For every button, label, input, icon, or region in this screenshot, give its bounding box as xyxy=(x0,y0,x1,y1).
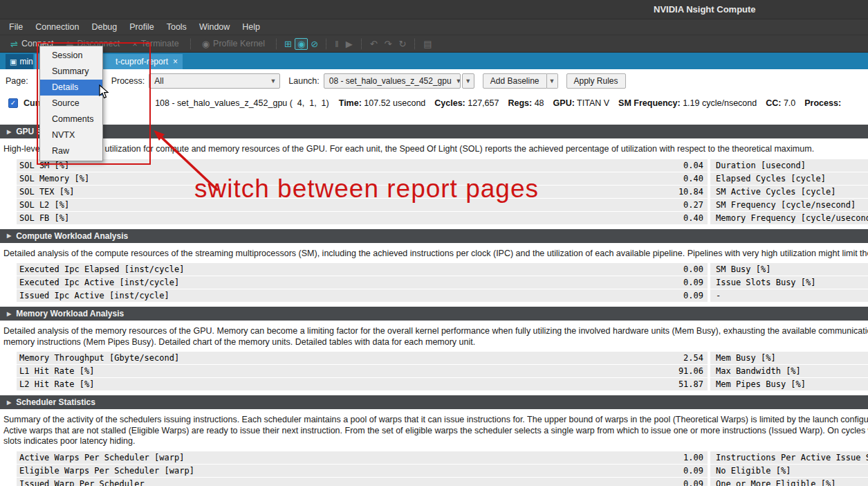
profile-skip-icon[interactable]: ⊘ xyxy=(308,39,321,49)
kernel-cc: CC: 7.0 xyxy=(766,98,795,108)
section-gpu-speed-of-light: ▶ GPU Speed Of Light High-level overview… xyxy=(0,125,868,224)
terminate-x-icon: × xyxy=(132,39,138,48)
launch-label: Launch: xyxy=(288,76,319,86)
add-baseline-button[interactable]: Add Baseline xyxy=(483,73,547,89)
plug-icon: ⇌ xyxy=(10,39,18,48)
section-scheduler-statistics: ▶ Scheduler Statistics Summary of the ac… xyxy=(0,395,868,486)
kernel-name: 108 - set_halo_values_z_452_gpu ( 4, 1, … xyxy=(155,98,329,108)
menubar: File Connection Debug Profile Tools Wind… xyxy=(0,19,868,35)
menu-tools[interactable]: Tools xyxy=(160,20,193,34)
kernel-sm-frequency: SM Frequency: 1.19 cycle/nsecond xyxy=(618,98,757,108)
process-label: Process: xyxy=(111,76,145,86)
section-header[interactable]: ▶ Memory Workload Analysis xyxy=(0,307,868,321)
toolbar-separator xyxy=(326,39,326,49)
metric-table: Active Warps Per Scheduler [warp]1.00 In… xyxy=(17,451,868,486)
kernel-process: Process: xyxy=(804,98,843,108)
metric-table: Memory Throughput [Gbyte/second]2.54 Mem… xyxy=(17,352,868,390)
menu-item-comments[interactable]: Comments xyxy=(40,111,102,127)
toolbar-separator xyxy=(190,39,191,49)
table-row: SOL FB [%]0.40 Memory Frequency [cycle/u… xyxy=(17,212,868,224)
section-header[interactable]: ▶ Compute Workload Analysis xyxy=(0,229,868,243)
metric-table: Executed Ipc Elapsed [inst/cycle]0.00 SM… xyxy=(17,263,868,302)
expand-triangle-icon[interactable]: ▶ xyxy=(7,399,11,406)
expand-triangle-icon[interactable]: ▶ xyxy=(7,129,11,135)
section-title: Scheduler Statistics xyxy=(16,397,95,407)
table-row: SOL SM [%]0.04 Duration [usecond] xyxy=(17,159,868,172)
expand-triangle-icon[interactable]: ▶ xyxy=(7,233,11,239)
process-selector[interactable]: All ▼ xyxy=(149,73,280,89)
kernel-stats: Time: 107.52 usecond Cycles: 127,657 Reg… xyxy=(339,98,853,108)
menu-profile[interactable]: Profile xyxy=(123,20,160,34)
kernel-cycles: Cycles: 127,657 xyxy=(434,98,499,108)
table-row: SOL L2 [%]0.27 SM Frequency [cycle/nseco… xyxy=(17,199,868,211)
table-row: SOL Memory [%]0.40 Elapsed Cycles [cycle… xyxy=(17,172,868,185)
section-description: Detailed analysis of the memory resource… xyxy=(3,326,868,348)
section-description: Summary of the activity of the scheduler… xyxy=(3,415,868,447)
add-baseline-dropdown-button[interactable]: ▼ xyxy=(547,73,558,89)
expand-triangle-icon[interactable]: ▶ xyxy=(7,311,11,317)
page-dropdown-menu: Session Summary Details Source Comments … xyxy=(39,46,103,161)
table-row: Executed Ipc Active [inst/cycle]0.09 Iss… xyxy=(17,276,868,289)
refresh-icon[interactable]: ↻ xyxy=(395,39,409,49)
kernel-regs: Regs: 48 xyxy=(508,98,544,108)
step-icon[interactable]: ▶ xyxy=(342,39,356,49)
section-description: Detailed analysis of the compute resourc… xyxy=(3,249,868,260)
section-title: Memory Workload Analysis xyxy=(16,309,124,318)
current-kernel-checkbox[interactable]: ✓ xyxy=(8,98,18,108)
page-label: Page: xyxy=(6,76,28,86)
menu-item-nvtx[interactable]: NVTX xyxy=(40,127,102,143)
table-row: Issued Warp Per Scheduler0.09 One or Mor… xyxy=(17,478,868,486)
section-description: High-level overview of the utilization f… xyxy=(3,144,868,155)
toolbar: ⇌ Connect ⇋ Disconnect × Terminate ◉ Pro… xyxy=(0,35,868,53)
menu-item-source[interactable]: Source xyxy=(40,96,102,111)
section-title: Compute Workload Analysis xyxy=(16,231,128,241)
table-row: Active Warps Per Scheduler [warp]1.00 In… xyxy=(17,451,868,464)
current-kernel-row: ✓ Current 108 - set_halo_values_z_452_gp… xyxy=(0,93,868,114)
table-row: Eligible Warps Per Scheduler [warp]0.09 … xyxy=(17,465,868,477)
table-row: Executed Ipc Elapsed [inst/cycle]0.00 SM… xyxy=(17,263,868,276)
toolbar-separator xyxy=(361,39,362,49)
profile-kernel-icon: ◉ xyxy=(202,39,210,48)
window-title: NVIDIA Nsight Compute xyxy=(654,4,756,15)
report-body: ▶ GPU Speed Of Light High-level overview… xyxy=(0,114,868,486)
launch-selector[interactable]: 08 - set_halo_values_z_452_gpu ▼ xyxy=(324,73,461,89)
chevron-down-icon: ▼ xyxy=(270,78,276,84)
section-header[interactable]: ▶ GPU Speed Of Light xyxy=(0,125,868,138)
profile-target-icon[interactable]: ◉ xyxy=(295,38,308,50)
menu-window[interactable]: Window xyxy=(193,20,236,34)
menu-item-raw[interactable]: Raw xyxy=(40,143,102,159)
section-compute-workload-analysis: ▶ Compute Workload Analysis Detailed ana… xyxy=(0,229,868,303)
window-titlebar: NVIDIA Nsight Compute xyxy=(0,0,868,19)
redo-icon[interactable]: ↷ xyxy=(381,39,396,49)
menu-debug[interactable]: Debug xyxy=(85,20,123,34)
toolbar-separator xyxy=(414,39,415,49)
report-controls: Page: Details ▼ Process: All ▼ Launch: 0… xyxy=(0,69,868,93)
table-row: Issued Ipc Active [inst/cycle]0.09 - xyxy=(17,289,868,302)
menu-item-summary[interactable]: Summary xyxy=(40,64,102,80)
chevron-down-icon: ▼ xyxy=(456,78,461,84)
toolbar-separator xyxy=(276,39,277,49)
section-memory-workload-analysis: ▶ Memory Workload Analysis Detailed anal… xyxy=(0,307,868,390)
profile-kernel-button[interactable]: ◉ Profile Kernel xyxy=(196,39,271,48)
kernel-gpu: GPU: TITAN V xyxy=(553,98,610,108)
add-baseline-split-button: Add Baseline ▼ xyxy=(483,73,558,89)
metric-grid-icon[interactable]: ⊞ xyxy=(281,39,295,49)
menu-connection[interactable]: Connection xyxy=(29,20,85,34)
layers-icon[interactable]: ▤ xyxy=(420,39,435,49)
menu-help[interactable]: Help xyxy=(236,20,266,34)
apply-rules-button[interactable]: Apply Rules xyxy=(566,73,626,89)
table-row: SOL TEX [%]10.84 SM Active Cycles [cycle… xyxy=(17,186,868,198)
menu-item-details[interactable]: Details xyxy=(40,80,102,96)
menu-file[interactable]: File xyxy=(3,20,29,34)
kernel-time: Time: 107.52 usecond xyxy=(339,98,426,108)
terminate-button[interactable]: × Terminate xyxy=(126,39,185,48)
tab-min-report[interactable]: ▣ min xyxy=(6,54,33,69)
menu-item-session[interactable]: Session xyxy=(40,48,102,64)
section-header[interactable]: ▶ Scheduler Statistics xyxy=(0,395,868,409)
launch-dropdown-button[interactable]: ▼ xyxy=(462,73,474,89)
pause-icon[interactable]: ‖ xyxy=(331,39,342,49)
close-icon[interactable]: × xyxy=(173,57,178,66)
undo-icon[interactable]: ↶ xyxy=(367,39,381,49)
table-row: L1 Hit Rate [%]91.06 Max Bandwidth [%] xyxy=(17,365,868,377)
table-row: Memory Throughput [Gbyte/second]2.54 Mem… xyxy=(17,352,868,364)
